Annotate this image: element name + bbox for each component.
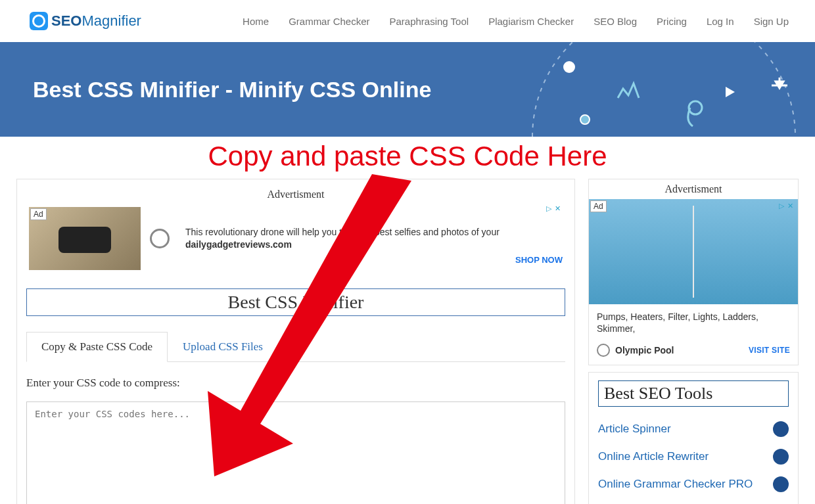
svg-point-2 <box>689 101 702 114</box>
ad-sidebar-cta[interactable]: VISIT SITE <box>749 346 790 355</box>
tabs: Copy & Paste CSS Code Upload CSS Files <box>26 332 565 362</box>
nav-plagiarism-checker[interactable]: Plagiarism Checker <box>488 16 574 27</box>
page-title: Best CSS Minifier - Minify CSS Online <box>33 76 431 103</box>
svg-point-0 <box>563 61 575 73</box>
logo-text-seo: SEO <box>51 12 82 29</box>
svg-point-1 <box>580 115 590 124</box>
list-item: Article Spinner <box>598 416 789 444</box>
sidebar-tools-title: Best SEO Tools <box>598 380 789 407</box>
ad-domain: dailygadgetreviews.com <box>185 239 292 250</box>
logo-icon <box>30 12 48 30</box>
ad-close-icon[interactable]: ▷ ✕ <box>546 204 561 213</box>
tool-link-grammar-checker[interactable]: Online Grammar Checker PRO <box>598 478 768 491</box>
tool-icon <box>773 421 789 437</box>
ad-close-icon-side[interactable]: ▷ ✕ <box>779 202 794 210</box>
tool-icon <box>773 476 789 492</box>
input-label: Enter your CSS code to compress: <box>26 377 565 390</box>
list-item: Online Grammar Checker PRO <box>598 471 789 499</box>
ad-badge: Ad <box>30 208 47 220</box>
ad-cta-button[interactable]: SHOP NOW <box>515 255 563 265</box>
css-input[interactable] <box>26 401 565 504</box>
hero-decoration <box>506 42 815 137</box>
tool-icon <box>773 449 789 465</box>
logo-text-magnifier: Magnifier <box>82 12 141 29</box>
main-nav: Home Grammar Checker Paraphrasing Tool P… <box>243 16 789 27</box>
nav-seo-blog[interactable]: SEO Blog <box>594 16 637 27</box>
annotation-text: Copy and paste CSS Code Here <box>0 137 815 179</box>
tool-title: Best CSS Minifier <box>26 288 565 316</box>
ad-main[interactable]: ▷ ✕ Ad This revolutionary drone will hel… <box>26 204 565 277</box>
sidebar-ad-card: Advertisment Ad ▷ ✕ Pumps, Heaters, Filt… <box>588 179 799 365</box>
tab-copy-paste[interactable]: Copy & Paste CSS Code <box>26 332 168 362</box>
sidebar: Advertisment Ad ▷ ✕ Pumps, Heaters, Filt… <box>588 179 799 504</box>
globe-icon <box>150 229 170 248</box>
main-panel: Advertisment ▷ ✕ Ad This revolutionary d… <box>16 179 575 504</box>
hero-banner: Best CSS Minifier - Minify CSS Online <box>0 42 815 137</box>
ad-label-main: Advertisment <box>26 189 565 200</box>
ad-thumbnail: Ad <box>29 207 141 270</box>
nav-grammar-checker[interactable]: Grammar Checker <box>289 16 369 27</box>
sidebar-tools-card: Best SEO Tools Article Spinner Online Ar… <box>588 372 799 504</box>
ad-sidebar-name: Olympic Pool <box>615 345 674 355</box>
ad-sidebar-image: Ad ▷ ✕ <box>589 199 798 304</box>
ad-badge-side: Ad <box>590 200 607 212</box>
globe-icon <box>597 344 610 357</box>
nav-pricing[interactable]: Pricing <box>657 16 687 27</box>
tool-link-article-rewriter[interactable]: Online Article Rewriter <box>598 450 768 463</box>
tab-upload-files[interactable]: Upload CSS Files <box>168 332 278 362</box>
logo[interactable]: SEOMagnifier <box>30 12 141 30</box>
ad-sidebar-desc: Pumps, Heaters, Filter, Lights, Ladders,… <box>589 304 798 338</box>
ad-label-side: Advertisment <box>589 179 798 195</box>
nav-paraphrasing-tool[interactable]: Paraphrasing Tool <box>389 16 469 27</box>
tab-panel: Enter your CSS code to compress: <box>26 361 565 504</box>
nav-login[interactable]: Log In <box>707 16 734 27</box>
tool-link-article-spinner[interactable]: Article Spinner <box>598 423 768 436</box>
ad-text: This revolutionary drone will help you t… <box>185 226 506 251</box>
list-item: Online Article Rewriter <box>598 444 789 471</box>
header: SEOMagnifier Home Grammar Checker Paraph… <box>0 0 815 42</box>
nav-signup[interactable]: Sign Up <box>754 16 789 27</box>
ad-sidebar[interactable]: Ad ▷ ✕ Pumps, Heaters, Filter, Lights, L… <box>589 199 798 365</box>
nav-home[interactable]: Home <box>243 16 269 27</box>
